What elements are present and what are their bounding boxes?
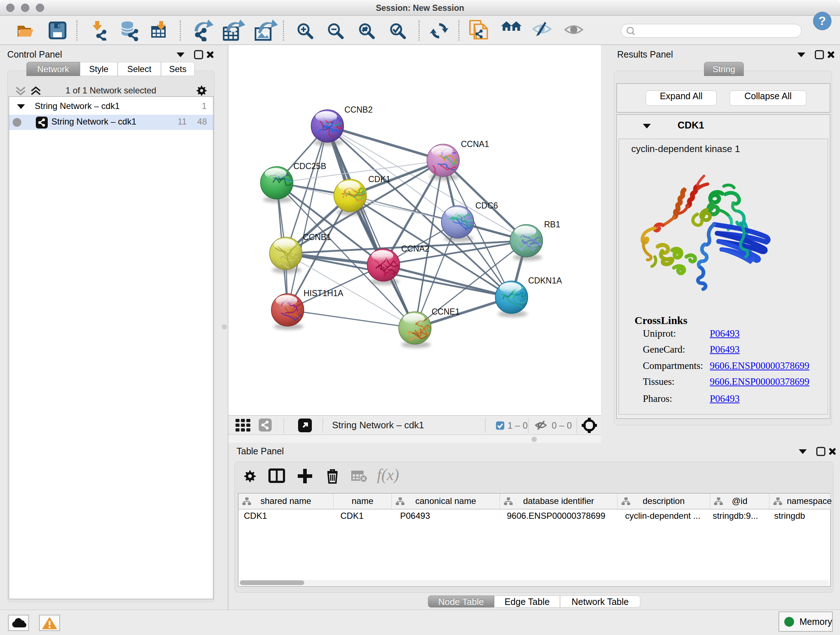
svg-text:CCNB1: CCNB1 <box>303 233 331 242</box>
svg-text:HIST1H1A: HIST1H1A <box>303 288 344 298</box>
svg-text:?: ? <box>819 14 826 27</box>
svg-text:f(x): f(x) <box>377 466 399 484</box>
svg-text:CCNA1: CCNA1 <box>461 139 489 149</box>
svg-text:CCNB2: CCNB2 <box>344 105 373 114</box>
svg-text:CDC25B: CDC25B <box>294 162 326 171</box>
svg-text:CDK1: CDK1 <box>368 174 390 184</box>
svg-text:CDKN1A: CDKN1A <box>528 276 562 285</box>
svg-text:CCNA2: CCNA2 <box>401 244 429 253</box>
svg-text:RB1: RB1 <box>544 220 561 229</box>
svg-text:CCNE1: CCNE1 <box>431 307 460 317</box>
svg-text:CDC6: CDC6 <box>475 201 498 211</box>
